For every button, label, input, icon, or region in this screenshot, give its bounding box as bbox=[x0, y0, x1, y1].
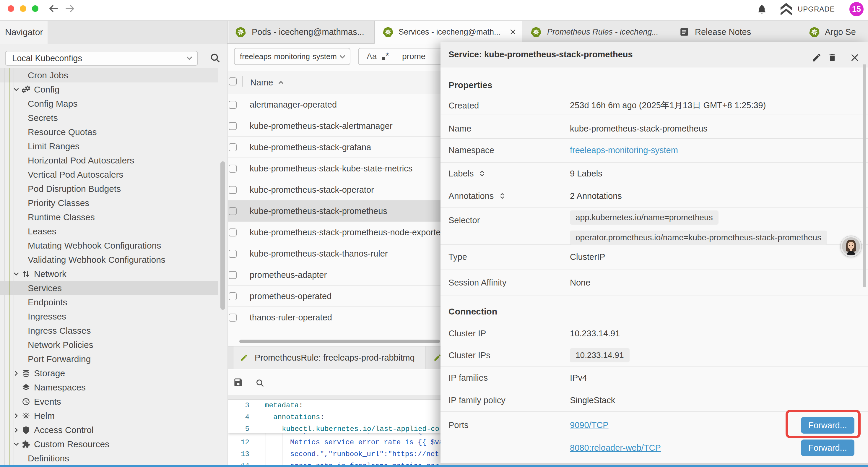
svg-text:*: * bbox=[385, 52, 389, 60]
